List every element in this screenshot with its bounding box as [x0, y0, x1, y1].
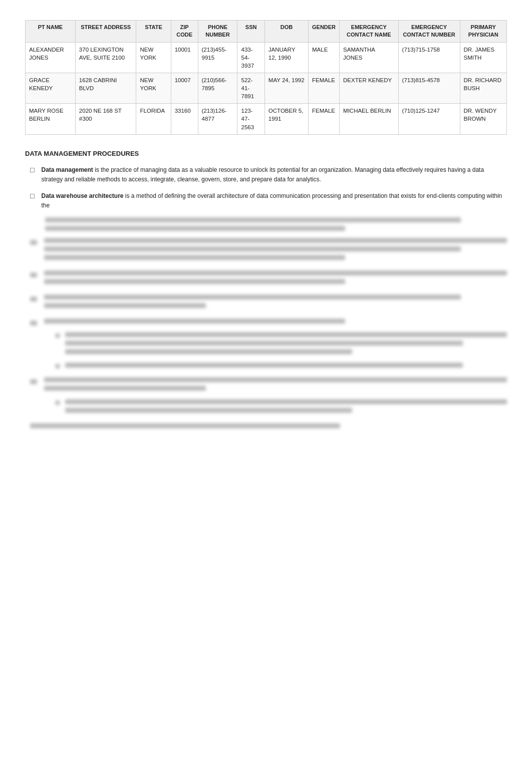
patient-table: PT NAME STREET ADDRESS STATE ZIP CODE PH… [25, 20, 507, 135]
col-ec-number: EMERGENCY CONTACT NUMBER [398, 21, 460, 43]
table-cell: DR. JAMES SMITH [460, 42, 506, 73]
col-ssn: SSN [237, 21, 264, 43]
col-pt-name: PT NAME [26, 21, 76, 43]
table-cell: FEMALE [309, 73, 340, 104]
table-cell: (713)815-4578 [398, 73, 460, 104]
table-row: MARY ROSE BERLIN2020 NE 168 ST #300FLORI… [26, 104, 507, 134]
col-zip: ZIP CODE [171, 21, 198, 43]
col-physician: PRIMARY PHYSICIAN [460, 21, 506, 43]
table-cell: MALE [309, 42, 340, 73]
table-cell: 123-47-2563 [237, 104, 264, 134]
table-cell: 522-41-7891 [237, 73, 264, 104]
table-cell: (210)566-7895 [198, 73, 237, 104]
table-cell: (713)715-1758 [398, 42, 460, 73]
table-cell: 33160 [171, 104, 198, 134]
table-cell: NEW YORK [136, 73, 171, 104]
table-cell: FLORIDA [136, 104, 171, 134]
bullet-text-2: Data warehouse architecture is a method … [41, 191, 507, 210]
table-cell: ALEXANDER JONES [26, 42, 76, 73]
table-cell: 10001 [171, 42, 198, 73]
table-row: ALEXANDER JONES370 LEXINGTON AVE, SUITE … [26, 42, 507, 73]
table-cell: 1628 CABRINI BLVD [75, 73, 136, 104]
table-cell: DR. RICHARD BUSH [460, 73, 506, 104]
bullet1-body: is the practice of managing data as a va… [41, 166, 484, 183]
table-cell: FEMALE [309, 104, 340, 134]
bullet-text-1: Data management is the practice of manag… [41, 165, 507, 184]
bullet-icon-1: □ [30, 166, 34, 174]
bullet-list: □ Data management is the practice of man… [25, 165, 507, 211]
table-cell: 370 LEXINGTON AVE, SUITE 2100 [75, 42, 136, 73]
table-cell: DEXTER KENEDY [340, 73, 398, 104]
table-cell: (710)125-1247 [398, 104, 460, 134]
table-cell: GRACE KENEDY [26, 73, 76, 104]
table-cell: MAY 24, 1992 [264, 73, 308, 104]
col-state: STATE [136, 21, 171, 43]
table-cell: NEW YORK [136, 42, 171, 73]
patient-table-section: PT NAME STREET ADDRESS STATE ZIP CODE PH… [25, 20, 507, 135]
table-cell: DR. WENDY BROWN [460, 104, 506, 134]
table-row: GRACE KENEDY1628 CABRINI BLVDNEW YORK100… [26, 73, 507, 104]
table-cell: OCTOBER 5, 1991 [264, 104, 308, 134]
section-title: DATA MANAGEMENT PROCEDURES [25, 150, 507, 157]
col-dob: DOB [264, 21, 308, 43]
table-cell: MICHAEL BERLIN [340, 104, 398, 134]
redacted-content [25, 217, 507, 428]
table-cell: JANUARY 12, 1990 [264, 42, 308, 73]
table-cell: 433-54-3937 [237, 42, 264, 73]
term-1: Data management [41, 166, 93, 173]
col-ec-name: EMERGENCY CONTACT NAME [340, 21, 398, 43]
table-cell: 2020 NE 168 ST #300 [75, 104, 136, 134]
col-street: STREET ADDRESS [75, 21, 136, 43]
data-management-section: DATA MANAGEMENT PROCEDURES □ Data manage… [25, 150, 507, 429]
col-gender: GENDER [309, 21, 340, 43]
table-cell: SAMANTHA JONES [340, 42, 398, 73]
table-cell: MARY ROSE BERLIN [26, 104, 76, 134]
table-cell: 10007 [171, 73, 198, 104]
table-cell: (213)455-9915 [198, 42, 237, 73]
bullet-item-1: □ Data management is the practice of man… [30, 165, 507, 184]
bullet-icon-2: □ [30, 192, 34, 200]
col-phone: PHONE NUMBER [198, 21, 237, 43]
table-cell: (213)126-4877 [198, 104, 237, 134]
term-2: Data warehouse architecture [41, 192, 123, 199]
bullet-item-2: □ Data warehouse architecture is a metho… [30, 191, 507, 210]
